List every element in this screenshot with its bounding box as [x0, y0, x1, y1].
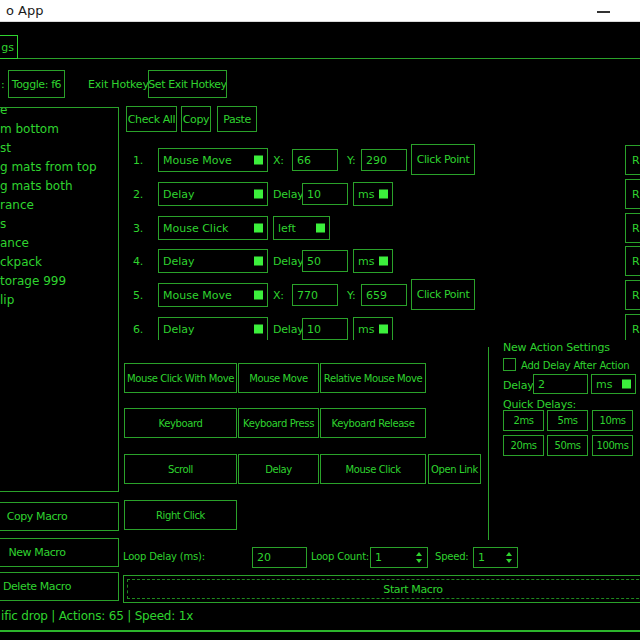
delay-label: Delay [273, 188, 304, 201]
copy-button[interactable]: Copy [181, 106, 211, 132]
dropdown-value: ms [358, 188, 374, 201]
palette-scroll-button[interactable]: Scroll [124, 454, 237, 484]
palette-keyboard-release-button[interactable]: Keyboard Release [320, 408, 426, 438]
remove-button[interactable]: R [625, 314, 640, 340]
delay-input[interactable]: 50 [302, 250, 348, 272]
list-item[interactable]: rance [0, 196, 118, 215]
start-macro-button[interactable]: Start Macro [123, 575, 640, 603]
dropdown-indicator-icon [254, 224, 263, 233]
hotkey-label: : [1, 78, 5, 91]
delete-macro-button[interactable]: Delete Macro [0, 572, 119, 601]
list-item[interactable]: m bottom [0, 120, 118, 139]
paste-button[interactable]: Paste [217, 106, 257, 132]
list-item[interactable]: st [0, 139, 118, 158]
click-point-button[interactable]: Click Point [411, 144, 475, 175]
spinner-up-icon[interactable] [416, 552, 422, 556]
dropdown-indicator-icon [379, 325, 388, 334]
dropdown-value: ms [358, 255, 374, 268]
action-type-dropdown[interactable]: Mouse Move [158, 283, 268, 307]
palette-open-link-button[interactable]: Open Link [428, 454, 481, 484]
palette-keyboard-press-button[interactable]: Keyboard Press [238, 408, 319, 438]
spinner-value: 1 [478, 551, 485, 564]
loop-count-spinner[interactable]: 1 [370, 547, 428, 568]
action-number: 6. [133, 323, 143, 336]
action-type-dropdown[interactable]: Delay [158, 182, 268, 206]
add-delay-checkbox[interactable] [503, 358, 516, 371]
action-number: 4. [133, 255, 143, 268]
remove-button[interactable]: R [625, 213, 640, 243]
list-item[interactable]: s [0, 215, 118, 234]
palette-mouse-click-with-move-button[interactable]: Mouse Click With Move [124, 363, 237, 393]
dropdown-indicator-icon [316, 224, 325, 233]
y-label: Y: [347, 289, 356, 302]
toggle-hotkey-button[interactable]: Toggle: f6 [8, 70, 65, 98]
list-item[interactable]: g mats from top [0, 158, 118, 177]
delay-label: Delay: [503, 379, 536, 392]
quick-delay-2ms-button[interactable]: 2ms [503, 410, 544, 431]
x-input[interactable]: 66 [292, 149, 338, 171]
delay-input[interactable]: 10 [302, 183, 348, 205]
speed-spinner[interactable]: 1 [473, 547, 518, 568]
new-macro-button[interactable]: New Macro [0, 538, 119, 567]
remove-button[interactable]: R [625, 280, 640, 310]
check-all-button[interactable]: Check All [126, 106, 177, 132]
copy-macro-button[interactable]: Copy Macro [0, 502, 119, 531]
remove-button[interactable]: R [625, 246, 640, 276]
loop-delay-input[interactable]: 20 [252, 547, 307, 568]
macro-list[interactable]: e m bottom st g mats from top g mats bot… [0, 107, 119, 492]
palette-delay-button[interactable]: Delay [238, 454, 319, 484]
palette-mouse-click-button[interactable]: Mouse Click [320, 454, 426, 484]
action-number: 3. [133, 222, 143, 235]
loop-count-label: Loop Count: [311, 551, 369, 562]
click-point-button[interactable]: Click Point [411, 279, 475, 310]
palette-keyboard-button[interactable]: Keyboard [124, 408, 237, 438]
list-item[interactable]: ance [0, 234, 118, 253]
unit-dropdown[interactable]: ms [353, 249, 393, 273]
spinner-up-icon[interactable] [506, 552, 512, 556]
list-item[interactable]: lip [0, 291, 118, 310]
spinner-down-icon[interactable] [506, 559, 512, 563]
action-row: 6. Delay Delay 10 ms R [123, 317, 640, 340]
quick-delay-10ms-button[interactable]: 10ms [592, 410, 633, 431]
quick-delay-50ms-button[interactable]: 50ms [547, 435, 588, 456]
list-item[interactable]: ckpack [0, 253, 118, 272]
unit-dropdown[interactable]: ms [353, 182, 393, 206]
unit-dropdown[interactable]: ms [353, 317, 393, 340]
mouse-button-dropdown[interactable]: left [273, 216, 330, 240]
y-label: Y: [347, 154, 356, 167]
x-input[interactable]: 770 [292, 284, 338, 306]
quick-delay-5ms-button[interactable]: 5ms [547, 410, 588, 431]
set-exit-hotkey-button[interactable]: Set Exit Hotkey [148, 70, 227, 98]
list-item[interactable]: torage 999 [0, 272, 118, 291]
dropdown-indicator-icon [379, 257, 388, 266]
palette-right-click-button[interactable]: Right Click [124, 500, 237, 530]
quick-delay-100ms-button[interactable]: 100ms [592, 435, 633, 456]
spinner-down-icon[interactable] [416, 559, 422, 563]
action-type-dropdown[interactable]: Delay [158, 249, 268, 273]
y-input[interactable]: 290 [361, 149, 407, 171]
minimize-button[interactable] [586, 0, 626, 22]
delay-input[interactable]: 10 [302, 318, 348, 340]
status-bar-text: ific drop | Actions: 65 | Speed: 1x [1, 609, 193, 623]
y-input[interactable]: 659 [361, 284, 407, 306]
unit-dropdown[interactable]: ms [591, 374, 636, 394]
list-item[interactable]: e [0, 107, 118, 120]
quick-delay-20ms-button[interactable]: 20ms [503, 435, 544, 456]
list-item[interactable]: g mats both [0, 177, 118, 196]
tab-settings[interactable]: gs [0, 35, 18, 59]
dropdown-value: Delay [163, 255, 195, 268]
loop-delay-label: Loop Delay (ms): [123, 551, 205, 562]
action-type-dropdown[interactable]: Mouse Click [158, 216, 268, 240]
action-number: 5. [133, 289, 143, 302]
remove-button[interactable]: R [625, 179, 640, 209]
palette-mouse-move-button[interactable]: Mouse Move [238, 363, 319, 393]
delay-input[interactable]: 2 [533, 374, 588, 394]
dropdown-indicator-icon [254, 291, 263, 300]
palette-relative-mouse-move-button[interactable]: Relative Mouse Move [320, 363, 426, 393]
dropdown-indicator-icon [254, 257, 263, 266]
dropdown-value: Mouse Move [163, 289, 232, 302]
remove-button[interactable]: R [625, 145, 640, 175]
action-type-dropdown[interactable]: Mouse Move [158, 148, 268, 172]
action-type-dropdown[interactable]: Delay [158, 317, 268, 340]
action-number: 2. [133, 188, 143, 201]
